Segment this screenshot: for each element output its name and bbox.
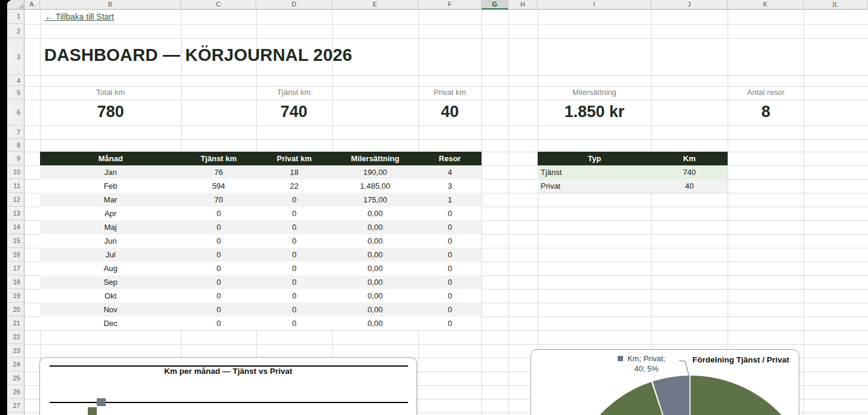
row-header-3[interactable]: 3: [7, 38, 23, 75]
table-cell[interactable]: 0: [418, 207, 481, 220]
table-cell[interactable]: 76: [181, 165, 256, 179]
table-cell[interactable]: 70: [181, 193, 256, 207]
row-header-17[interactable]: 17: [7, 262, 23, 275]
table-cell[interactable]: 0,00: [332, 234, 418, 248]
table-cell[interactable]: Privat: [538, 179, 651, 193]
column-header-I[interactable]: I: [538, 0, 651, 8]
table-cell[interactable]: Sep: [40, 275, 181, 289]
table-cell[interactable]: Dec: [40, 316, 181, 330]
table-cell[interactable]: 740: [651, 165, 728, 179]
table-cell[interactable]: Mar: [40, 193, 181, 207]
row-header-23[interactable]: 23: [7, 344, 23, 358]
table-cell[interactable]: Nov: [40, 303, 181, 316]
table-header-cell[interactable]: Månad: [40, 152, 181, 165]
table-cell[interactable]: 0: [181, 316, 256, 330]
table-cell[interactable]: 18: [256, 165, 332, 179]
select-all-corner[interactable]: [7, 0, 24, 9]
column-header-C[interactable]: C: [181, 0, 256, 8]
table-cell[interactable]: 0: [418, 234, 481, 248]
column-header-L[interactable]: L: [803, 0, 868, 8]
row-header-26[interactable]: 26: [7, 385, 23, 399]
table-header-cell[interactable]: Privat km: [256, 152, 332, 165]
table-cell[interactable]: 0: [181, 248, 256, 262]
column-header-A[interactable]: A: [24, 0, 40, 8]
table-cell[interactable]: 0: [418, 289, 481, 303]
row-header-6[interactable]: 6: [7, 100, 23, 125]
table-cell[interactable]: Tjänst: [538, 165, 651, 179]
bar-chart[interactable]: Km per månad — Tjänst vs Privat: [39, 357, 417, 415]
table-cell[interactable]: 0: [256, 193, 332, 207]
row-header-20[interactable]: 20: [7, 303, 23, 316]
table-cell[interactable]: 0,00: [332, 262, 418, 275]
table-cell[interactable]: 0,00: [332, 248, 418, 262]
table-cell[interactable]: 0: [181, 275, 256, 289]
table-cell[interactable]: 0: [181, 220, 256, 234]
row-header-7[interactable]: 7: [7, 125, 23, 139]
back-to-start-link[interactable]: ← Tillbaka till Start: [45, 12, 114, 21]
column-header-J[interactable]: J: [651, 0, 728, 8]
column-header-F[interactable]: F: [418, 0, 481, 8]
row-header-25[interactable]: 25: [7, 371, 23, 385]
table-cell[interactable]: 4: [418, 165, 481, 179]
table-cell[interactable]: 0: [256, 248, 332, 262]
table-cell[interactable]: 0: [181, 262, 256, 275]
table-cell[interactable]: Jan: [40, 165, 181, 179]
table-cell[interactable]: 594: [181, 179, 256, 193]
row-header-1[interactable]: 1: [7, 9, 23, 24]
table-cell[interactable]: 0: [418, 303, 481, 316]
row-header-21[interactable]: 21: [7, 316, 23, 330]
row-header-2[interactable]: 2: [7, 24, 23, 38]
column-header-H[interactable]: H: [508, 0, 538, 8]
table-cell[interactable]: 0: [256, 262, 332, 275]
table-cell[interactable]: 0,00: [332, 207, 418, 220]
table-header-cell[interactable]: Tjänst km: [181, 152, 256, 165]
table-cell[interactable]: 0: [181, 303, 256, 316]
table-cell[interactable]: 22: [256, 179, 332, 193]
table-header-cell[interactable]: Km: [651, 152, 728, 165]
row-header-8[interactable]: 8: [7, 139, 23, 152]
column-header-B[interactable]: B: [40, 0, 181, 8]
table-cell[interactable]: 0: [418, 275, 481, 289]
column-header-G[interactable]: G: [481, 0, 508, 10]
table-cell[interactable]: 0: [256, 289, 332, 303]
table-cell[interactable]: 0: [256, 275, 332, 289]
column-header-D[interactable]: D: [256, 0, 332, 8]
table-cell[interactable]: 0: [256, 234, 332, 248]
table-header-cell[interactable]: Typ: [538, 152, 651, 165]
table-cell[interactable]: 175,00: [332, 193, 418, 207]
table-cell[interactable]: 3: [418, 179, 481, 193]
table-cell[interactable]: 1.485,00: [332, 179, 418, 193]
row-header-19[interactable]: 19: [7, 289, 23, 303]
table-cell[interactable]: 0: [181, 234, 256, 248]
table-header-cell[interactable]: Resor: [418, 152, 481, 165]
table-cell[interactable]: 0,00: [332, 303, 418, 316]
table-cell[interactable]: Okt: [40, 289, 181, 303]
row-header-24[interactable]: 24: [7, 358, 23, 371]
table-cell[interactable]: 0: [256, 207, 332, 220]
table-cell[interactable]: 0,00: [332, 316, 418, 330]
column-header-K[interactable]: K: [728, 0, 803, 8]
row-header-12[interactable]: 12: [7, 193, 23, 207]
pie-chart[interactable]: Fördelning Tjänst / Privat Km; Privat; 4…: [530, 349, 799, 415]
row-header-11[interactable]: 11: [7, 179, 23, 193]
table-cell[interactable]: 0: [418, 316, 481, 330]
table-cell[interactable]: 0: [181, 207, 256, 220]
column-header-E[interactable]: E: [332, 0, 418, 8]
table-cell[interactable]: 0: [418, 220, 481, 234]
row-header-22[interactable]: 22: [7, 330, 23, 344]
row-header-18[interactable]: 18: [7, 275, 23, 289]
row-header-15[interactable]: 15: [7, 234, 23, 248]
row-header-27[interactable]: 27: [7, 399, 23, 413]
table-cell[interactable]: Apr: [40, 207, 181, 220]
row-header-14[interactable]: 14: [7, 220, 23, 234]
row-header-13[interactable]: 13: [7, 207, 23, 220]
table-cell[interactable]: 0: [418, 248, 481, 262]
table-cell[interactable]: 1: [418, 193, 481, 207]
table-cell[interactable]: Maj: [40, 220, 181, 234]
table-cell[interactable]: Aug: [40, 262, 181, 275]
table-cell[interactable]: 190,00: [332, 165, 418, 179]
table-cell[interactable]: 0,00: [332, 220, 418, 234]
table-cell[interactable]: 0: [256, 316, 332, 330]
row-header-4[interactable]: 4: [7, 75, 23, 86]
table-cell[interactable]: 0: [256, 303, 332, 316]
